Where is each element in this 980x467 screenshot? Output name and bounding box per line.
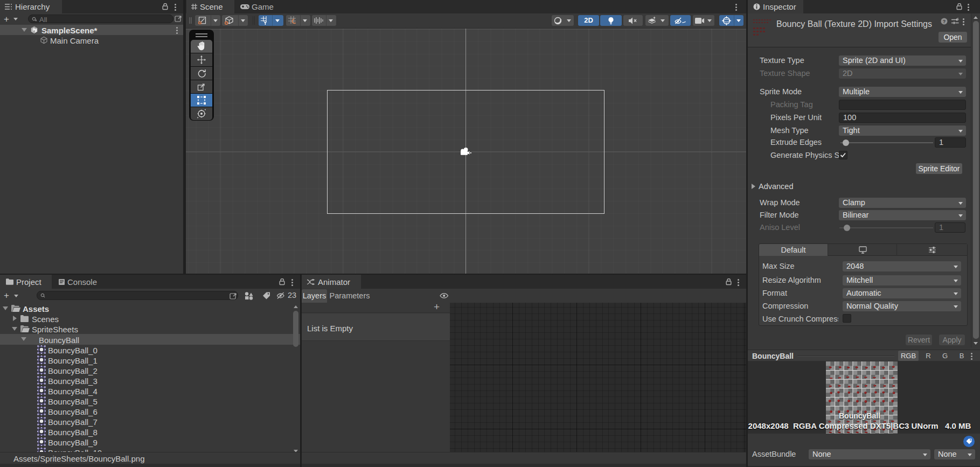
svg-text:?: ? [943, 19, 946, 24]
